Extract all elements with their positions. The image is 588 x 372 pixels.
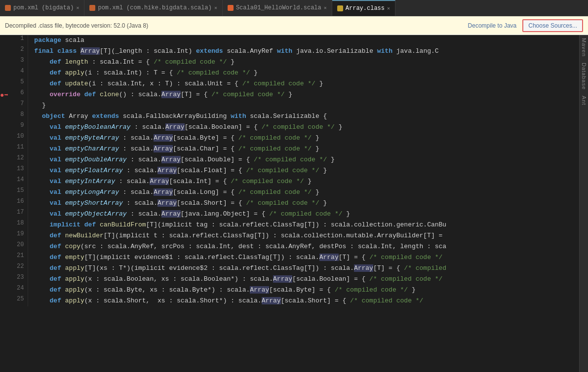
line-gutter [0,122,8,133]
line-gutter [0,285,8,296]
table-row: ●➡6 override def clone() : scala.Array[T… [0,89,579,100]
table-row: 11 val emptyCharArray : scala.Array[scal… [0,144,579,154]
scala-icon [228,5,234,11]
line-number: 22 [8,263,28,274]
line-number: 21 [8,252,28,263]
line-content: package scala [28,35,579,46]
tab-array-label: Array.class [346,5,385,12]
tab-pom1[interactable]: pom.xml (bigdata) ✕ [0,0,84,16]
line-content: implicit def canBuildFrom[T](implicit ta… [28,220,579,230]
table-row: 8 object Array extends scala.FallbackArr… [0,111,579,122]
main-content: 1package scala2final class Array[T](_len… [0,35,588,372]
line-gutter [0,198,8,209]
database-panel-label[interactable]: Database [580,60,588,93]
code-editor[interactable]: 1package scala2final class Array[T](_len… [0,35,579,372]
line-gutter: ●➡ [0,89,8,100]
decompile-to-java-button[interactable]: Decompile to Java [466,19,519,32]
line-content: val emptyIntArray : scala.Array[scala.In… [28,176,579,187]
line-number: 14 [8,176,28,187]
line-content: def apply(x : scala.Short, xs : scala.Sh… [28,296,579,306]
line-gutter [0,241,8,252]
info-bar-buttons: Decompile to Java Choose Sources... [466,19,583,32]
line-gutter [0,252,8,263]
table-row: 17 val emptyObjectArray : scala.Array[ja… [0,209,579,220]
tab-bar: pom.xml (bigdata) ✕ pom.xml (com.hike.bi… [0,0,588,16]
line-gutter [0,230,8,241]
table-row: 25 def apply(x : scala.Short, xs : scala… [0,296,579,306]
line-content: def empty[T](implicit evidence$1 : scala… [28,252,579,263]
line-gutter [0,133,8,144]
tab-scala01[interactable]: Scala01_HelloWorld.scala ✕ [223,0,332,16]
line-number: 3 [8,57,28,68]
line-gutter [0,111,8,122]
table-row: 15 val emptyLongArray : scala.Array[scal… [0,187,579,198]
table-row: 1package scala [0,35,579,46]
line-number: 13 [8,165,28,176]
tab-scala01-close[interactable]: ✕ [324,5,327,11]
line-gutter [0,274,8,285]
info-text: Decompiled .class file, bytecode version… [5,22,148,29]
line-number: 15 [8,187,28,198]
code-table: 1package scala2final class Array[T](_len… [0,35,579,306]
line-content: override def clone() : scala.Array[T] = … [28,89,579,100]
line-content: def apply(x : scala.Boolean, xs : scala.… [28,274,579,285]
line-number: 2 [8,46,28,57]
class-icon [337,5,343,11]
tab-array-close[interactable]: ✕ [387,5,390,11]
arrow-indicator: ●➡ [0,91,8,99]
line-gutter [0,57,8,68]
line-number: 11 [8,144,28,154]
line-number: 20 [8,241,28,252]
tab-pom1-close[interactable]: ✕ [76,5,79,11]
choose-sources-button[interactable]: Choose Sources... [522,19,583,32]
table-row: 2final class Array[T](_length : scala.In… [0,46,579,57]
table-row: 16 val emptyShortArray : scala.Array[sca… [0,198,579,209]
table-row: 20 def copy(src : scala.AnyRef, srcPos :… [0,241,579,252]
line-number: 17 [8,209,28,220]
table-row: 23 def apply(x : scala.Boolean, xs : sca… [0,274,579,285]
table-row: 22 def apply[T](xs : T*)(implicit eviden… [0,263,579,274]
table-row: 4 def apply(i : scala.Int) : T = { /* co… [0,68,579,78]
line-content: val emptyCharArray : scala.Array[scala.C… [28,144,579,154]
table-row: 12 val emptyDoubleArray : scala.Array[sc… [0,154,579,165]
line-content: def apply[T](xs : T*)(implicit evidence$… [28,263,579,274]
tab-scala01-label: Scala01_HelloWorld.scala [236,4,321,11]
line-content: final class Array[T](_length : scala.Int… [28,46,579,57]
line-content: } [28,100,579,111]
line-gutter [0,209,8,220]
line-gutter [0,220,8,230]
line-gutter [0,296,8,306]
tab-array[interactable]: Array.class ✕ [332,0,395,16]
table-row: 18 implicit def canBuildFrom[T](implicit… [0,220,579,230]
line-number: 5 [8,78,28,89]
line-number: 18 [8,220,28,230]
line-content: val emptyLongArray : scala.Array[scala.L… [28,187,579,198]
tab-pom2-close[interactable]: ✕ [214,5,217,11]
maven-icon [5,5,11,11]
line-number: 25 [8,296,28,306]
line-number: 12 [8,154,28,165]
table-row: 19 def newBuilder[T](implicit t : scala.… [0,230,579,241]
line-content: def update(i : scala.Int, x : T) : scala… [28,78,579,89]
line-content: val emptyShortArray : scala.Array[scala.… [28,198,579,209]
line-content: def apply(x : scala.Byte, xs : scala.Byt… [28,285,579,296]
table-row: 5 def update(i : scala.Int, x : T) : sca… [0,78,579,89]
line-gutter [0,68,8,78]
table-row: 10 val emptyByteArray : scala.Array[scal… [0,133,579,144]
maven-panel-label[interactable]: Maven [580,35,588,60]
table-row: 7 } [0,100,579,111]
line-content: object Array extends scala.FallbackArray… [28,111,579,122]
tab-pom2[interactable]: pom.xml (com.hike.bigdata.scala) ✕ [84,0,222,16]
table-row: 21 def empty[T](implicit evidence$1 : sc… [0,252,579,263]
table-row: 24 def apply(x : scala.Byte, xs : scala.… [0,285,579,296]
line-gutter [0,154,8,165]
line-number: 4 [8,68,28,78]
line-number: 19 [8,230,28,241]
line-content: val emptyObjectArray : scala.Array[java.… [28,209,579,220]
line-content: val emptyFloatArray : scala.Array[scala.… [28,165,579,176]
line-content: def apply(i : scala.Int) : T = { /* comp… [28,68,579,78]
ant-panel-label[interactable]: Ant [580,93,588,109]
line-content: def copy(src : scala.AnyRef, srcPos : sc… [28,241,579,252]
line-gutter [0,176,8,187]
line-gutter [0,144,8,154]
